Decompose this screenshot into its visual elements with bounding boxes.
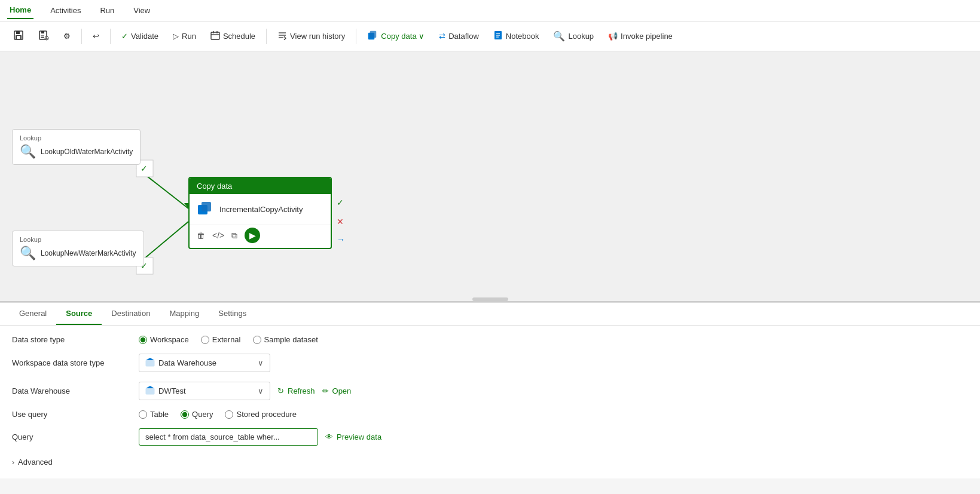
schedule-button[interactable]: Schedule [204,27,261,45]
menu-activities[interactable]: Activities [48,2,83,19]
tab-source[interactable]: Source [56,303,102,325]
query-input[interactable] [139,428,318,446]
data-store-type-row: Data store type Workspace External Sampl… [12,335,968,344]
toolbar: ⚙ ↩ ✓ Validate ▷ Run Schedule View run h… [0,22,980,51]
query-radio[interactable]: Query [181,410,213,419]
notebook-label: Notebook [506,32,539,41]
tab-general[interactable]: General [10,303,56,325]
data-warehouse-label: Data Warehouse [12,386,132,395]
open-icon: ✏ [322,386,329,395]
copy-data-label: Copy data ∨ [381,32,425,41]
data-store-type-label: Data store type [12,335,132,344]
toolbar-separator-3 [266,29,267,44]
svg-rect-19 [370,31,376,38]
workspace-data-store-type-row: Workspace data store type Data Warehouse… [12,354,968,372]
advanced-label: Advanced [18,458,53,467]
tab-destination[interactable]: Destination [102,303,160,325]
workspace-dropdown-chevron: ∨ [258,358,264,367]
toolbar-separator-1 [81,29,82,44]
tab-settings[interactable]: Settings [209,303,256,325]
pipeline-canvas[interactable]: ✓ ✓ ✓ ✕ → Lookup 🔍 LookupOldWaterMarkAct… [0,51,980,302]
svg-marker-40 [146,386,154,388]
menu-run[interactable]: Run [97,2,117,19]
undo-button[interactable]: ↩ [87,29,105,44]
workspace-data-store-type-dropdown[interactable]: Data Warehouse ∨ [139,354,270,372]
copydata-run-btn[interactable]: ▶ [245,228,260,243]
notebook-button[interactable]: Notebook [487,27,545,45]
svg-rect-37 [146,360,154,366]
dataflow-button[interactable]: ⇄ Dataflow [433,29,485,44]
copydata-delete-btn[interactable]: 🗑 [197,231,205,240]
saveas-button[interactable] [32,27,55,45]
copydata-label: IncrementalCopyActivity [219,205,303,214]
view-run-history-button[interactable]: View run history [271,27,351,45]
validate-label: Validate [131,32,158,41]
sample-dataset-radio[interactable]: Sample dataset [253,335,318,344]
refresh-label: Refresh [288,386,315,395]
refresh-link[interactable]: ↻ Refresh [277,386,315,395]
dw-dropdown-chevron: ∨ [258,386,264,395]
lookup-icon: 🔍 [553,30,565,42]
svg-rect-39 [146,388,154,394]
settings-button[interactable]: ⚙ [57,29,77,44]
run-icon: ▷ [173,32,179,41]
save-button[interactable] [7,27,30,45]
use-query-label: Use query [12,410,132,419]
svg-rect-36 [202,202,211,211]
gear-icon: ⚙ [63,32,71,41]
notebook-icon [493,30,503,42]
menu-view[interactable]: View [131,2,152,19]
query-row: Query 👁 Preview data [12,428,968,446]
resize-handle[interactable] [472,297,508,301]
copydata-icon [197,200,213,219]
menu-bar: Home Activities Run View [0,0,980,22]
svg-text:✓: ✓ [141,164,148,173]
lookup1-icon: 🔍 [20,144,36,159]
svg-line-24 [136,168,188,208]
validate-button[interactable]: ✓ Validate [115,29,164,44]
lookup1-node[interactable]: Lookup 🔍 LookupOldWaterMarkActivity [12,129,141,165]
lookup1-title: Lookup [20,134,133,142]
pipeline-connectors: ✓ ✓ ✓ ✕ → [0,51,980,301]
stored-procedure-radio[interactable]: Stored procedure [225,410,296,419]
copydata-body: IncrementalCopyActivity [190,194,331,225]
workspace-label: Workspace [150,335,189,344]
run-button[interactable]: ▷ Run [167,29,202,44]
table-radio[interactable]: Table [139,410,169,419]
copydata-copy-btn[interactable]: ⧉ [231,231,237,241]
query-label: Query [192,410,213,419]
save-icon [13,30,24,42]
copy-data-icon [367,30,378,42]
invoke-pipeline-button[interactable]: 📢 Invoke pipeline [602,29,679,44]
copydata-code-btn[interactable]: </> [212,231,224,240]
svg-rect-11 [211,32,219,39]
external-label: External [212,335,241,344]
advanced-chevron-icon: › [12,458,14,467]
lookup2-label: LookupNewWaterMarkActivity [41,249,136,257]
query-label: Query [12,432,132,441]
lookup2-title: Lookup [20,236,136,243]
lookup2-node[interactable]: Lookup 🔍 LookupNewWaterMarkActivity [12,231,144,266]
toolbar-separator-4 [356,29,356,44]
refresh-icon: ↻ [277,386,284,395]
copy-data-button[interactable]: Copy data ∨ [361,27,431,45]
workspace-radio[interactable]: Workspace [139,335,189,344]
data-warehouse-dropdown[interactable]: DWTest ∨ [139,382,270,400]
svg-rect-1 [16,31,20,34]
preview-data-link[interactable]: 👁 Preview data [325,432,381,441]
view-run-history-icon [277,30,287,42]
tab-mapping[interactable]: Mapping [160,303,209,325]
external-radio[interactable]: External [201,335,241,344]
copydata-node[interactable]: Copy data IncrementalCopyActivity 🗑 </> … [188,177,332,249]
advanced-row[interactable]: › Advanced [12,455,968,469]
svg-line-26 [136,222,188,265]
lookup-label: Lookup [568,32,594,41]
use-query-options: Table Query Stored procedure [139,410,297,419]
copydata-header: Copy data [190,178,331,194]
lookup2-icon: 🔍 [20,246,36,261]
open-link[interactable]: ✏ Open [322,386,352,395]
view-run-history-label: View run history [290,32,345,41]
lookup-button[interactable]: 🔍 Lookup [547,27,600,45]
menu-home[interactable]: Home [7,2,33,19]
workspace-data-store-type-label: Workspace data store type [12,358,132,367]
